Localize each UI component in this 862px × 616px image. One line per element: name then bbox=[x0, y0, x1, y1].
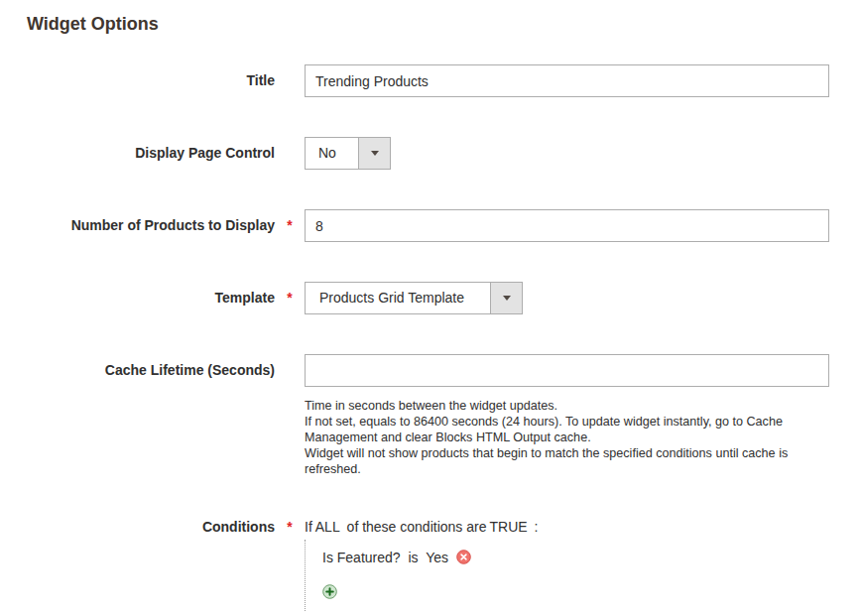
add-condition-icon[interactable] bbox=[322, 584, 337, 599]
template-select[interactable]: Products Grid Template bbox=[305, 282, 523, 314]
conditions-aggregator-line: IfALL of these conditions areTRUE : bbox=[305, 517, 829, 537]
aggregator-value-chooser[interactable]: TRUE bbox=[489, 519, 527, 535]
chevron-down-icon bbox=[371, 151, 379, 156]
note-line: Widget will not show products that begin… bbox=[305, 445, 812, 477]
condition-value[interactable]: Yes bbox=[426, 550, 448, 565]
conditions-label: Conditions bbox=[0, 517, 275, 537]
required-marker: * bbox=[275, 517, 305, 537]
page-title: Widget Options bbox=[27, 14, 862, 35]
select-arrow-button[interactable] bbox=[358, 138, 390, 169]
remove-condition-icon[interactable] bbox=[456, 550, 471, 564]
widget-options-panel: Widget Options Title Display Page Contro… bbox=[0, 0, 862, 616]
chevron-down-icon bbox=[503, 296, 511, 301]
aggregator-chooser[interactable]: ALL bbox=[315, 519, 340, 535]
aggregator-suffix: : bbox=[534, 519, 538, 535]
cache-lifetime-label: Cache Lifetime (Seconds) bbox=[0, 354, 275, 387]
condition-rule-row: Is Featured? is Yes bbox=[322, 548, 829, 567]
form-row-template: Template * Products Grid Template bbox=[0, 282, 862, 314]
cache-lifetime-note: Time in seconds between the widget updat… bbox=[305, 398, 812, 477]
note-line: Time in seconds between the widget updat… bbox=[305, 398, 812, 414]
condition-attribute[interactable]: Is Featured? bbox=[322, 550, 401, 565]
form-row-number-of-products: Number of Products to Display * bbox=[0, 209, 862, 242]
form-row-cache-lifetime: Cache Lifetime (Seconds) Time in seconds… bbox=[0, 354, 862, 477]
select-value: Products Grid Template bbox=[306, 283, 490, 313]
note-line: If not set, equals to 86400 seconds (24 … bbox=[305, 414, 812, 445]
condition-add-row bbox=[322, 584, 829, 599]
select-arrow-button[interactable] bbox=[490, 283, 522, 313]
number-of-products-label: Number of Products to Display bbox=[0, 209, 275, 242]
template-label: Template bbox=[0, 282, 275, 314]
aggregator-middle: of these conditions are bbox=[347, 519, 487, 535]
title-label: Title bbox=[0, 64, 275, 97]
form-row-conditions: Conditions * IfALL of these conditions a… bbox=[0, 517, 862, 611]
display-page-control-label: Display Page Control bbox=[0, 137, 275, 170]
number-of-products-input[interactable] bbox=[305, 209, 829, 242]
cache-lifetime-input[interactable] bbox=[305, 354, 829, 387]
required-marker: * bbox=[275, 282, 305, 314]
aggregator-prefix: If bbox=[305, 519, 312, 535]
title-input[interactable] bbox=[305, 64, 829, 97]
form-row-display-page-control: Display Page Control No bbox=[0, 137, 862, 170]
select-value: No bbox=[306, 138, 358, 169]
required-marker: * bbox=[275, 209, 305, 242]
condition-operator[interactable]: is bbox=[409, 550, 419, 565]
form-row-title: Title bbox=[0, 64, 862, 97]
conditions-tree: Is Featured? is Yes bbox=[305, 540, 829, 611]
display-page-control-select[interactable]: No bbox=[305, 137, 391, 170]
